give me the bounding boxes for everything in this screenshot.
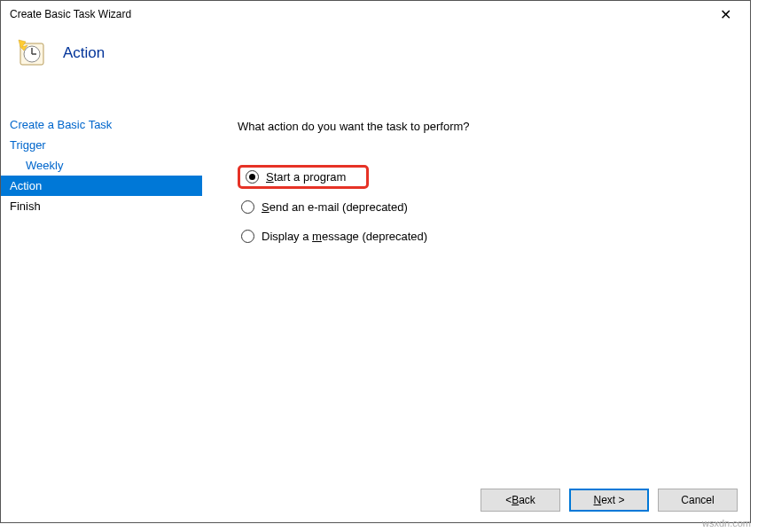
page-title: Action: [63, 44, 105, 62]
radio-icon: [241, 200, 254, 214]
radio-label: Start a program: [266, 170, 346, 184]
wizard-content: What action do you want the task to perf…: [202, 104, 750, 478]
back-button[interactable]: < Back: [481, 489, 560, 512]
wizard-header: Action: [1, 27, 750, 93]
watermark: wsxdn.com: [702, 518, 751, 528]
radio-send-email[interactable]: Send an e-mail (deprecated): [238, 198, 732, 216]
task-scheduler-icon: [17, 38, 47, 68]
radio-icon: [246, 170, 259, 184]
sidebar-item-action[interactable]: Action: [1, 176, 202, 196]
radio-display-message[interactable]: Display a message (deprecated): [238, 227, 732, 246]
titlebar: Create Basic Task Wizard ✕: [1, 1, 750, 27]
radio-label: Send an e-mail (deprecated): [262, 200, 408, 214]
wizard-body: Create a Basic Task Trigger Weekly Actio…: [1, 104, 750, 478]
wizard-sidebar: Create a Basic Task Trigger Weekly Actio…: [1, 104, 202, 478]
close-icon[interactable]: ✕: [707, 2, 743, 27]
wizard-footer: < Back Next > Cancel: [1, 478, 750, 522]
radio-label: Display a message (deprecated): [262, 230, 427, 243]
cancel-button[interactable]: Cancel: [658, 489, 738, 512]
radio-start-program[interactable]: Start a program: [238, 165, 369, 189]
sidebar-item-trigger[interactable]: Trigger: [1, 135, 202, 155]
window-title: Create Basic Task Wizard: [10, 8, 131, 20]
next-button[interactable]: Next >: [569, 489, 649, 512]
wizard-window: Create Basic Task Wizard ✕ Action Create…: [0, 0, 751, 523]
sidebar-item-weekly[interactable]: Weekly: [1, 155, 202, 176]
radio-icon: [241, 230, 254, 243]
sidebar-item-create-task[interactable]: Create a Basic Task: [1, 114, 202, 135]
sidebar-item-finish[interactable]: Finish: [1, 196, 202, 216]
action-prompt: What action do you want the task to perf…: [238, 120, 732, 133]
